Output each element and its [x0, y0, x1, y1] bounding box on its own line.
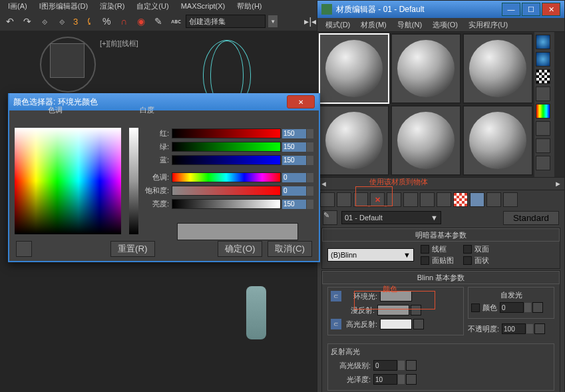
sample-slot-1[interactable] [319, 33, 389, 104]
reset-button[interactable]: 重置(R) [110, 241, 155, 257]
menu-gfx[interactable]: I图形编辑器(D) [34, 1, 93, 11]
close-window-button[interactable]: ✕ [542, 3, 560, 16]
material-title-bar[interactable]: 材质编辑器 - 01 - Default — ☐ ✕ [317, 1, 564, 18]
viewport-label[interactable]: [+][前][线框] [100, 39, 138, 49]
object-gizmo[interactable] [246, 286, 266, 339]
menu-material[interactable]: 材质(M) [355, 20, 392, 30]
selfillum-map-button[interactable] [532, 302, 543, 313]
viewcube[interactable] [50, 43, 85, 78]
material-id-icon[interactable] [437, 192, 451, 207]
twosided-checkbox[interactable] [463, 245, 472, 254]
cancel-button[interactable]: 取消(C) [268, 241, 312, 257]
magnet-icon[interactable]: ∩ [116, 14, 131, 29]
specular-lock-icon[interactable]: ⊂ [331, 319, 341, 329]
angle-icon[interactable]: ⤹ [82, 14, 96, 29]
edit-icon[interactable]: ✎ [151, 14, 166, 29]
options-icon[interactable] [536, 138, 550, 153]
sample-slot-2[interactable] [391, 33, 461, 104]
put-to-scene-icon[interactable] [337, 192, 351, 207]
opacity-spinner[interactable] [526, 324, 533, 333]
mirror-icon[interactable]: ▸|◂ [303, 14, 317, 29]
pick-material-icon[interactable]: ✎ [323, 210, 337, 225]
hue-saturation-field[interactable] [15, 128, 121, 234]
spinner-icon[interactable]: ◉ [134, 14, 148, 29]
faceted-checkbox[interactable] [463, 256, 472, 265]
blinn-rollout-header[interactable]: Blinn 基本参数 [322, 271, 560, 284]
show-end-result-icon[interactable] [470, 192, 484, 207]
menu-mode[interactable]: 模式(D) [320, 20, 355, 30]
sample-slot-6[interactable] [463, 105, 533, 176]
wireframe-checkbox[interactable] [421, 245, 429, 254]
green-slider[interactable] [172, 142, 281, 152]
menu-custom[interactable]: 自定义(U) [131, 1, 174, 11]
spec-level-spinner[interactable] [398, 361, 405, 370]
spec-level-value[interactable]: 0 [373, 360, 397, 371]
hue-slider[interactable] [172, 172, 281, 182]
red-spinner[interactable] [307, 129, 313, 138]
ok-button[interactable]: 确定(O) [218, 241, 262, 257]
red-value[interactable]: 150 [282, 129, 306, 138]
menu-help[interactable]: 帮助(H) [232, 1, 267, 11]
hue-spinner[interactable] [307, 173, 313, 182]
preview-icon[interactable] [536, 121, 550, 136]
red-slider[interactable] [172, 128, 281, 138]
blue-slider[interactable] [172, 155, 281, 165]
menu-options[interactable]: 选项(O) [427, 20, 463, 30]
go-forward-icon[interactable] [503, 192, 518, 207]
material-type-button[interactable]: Standard [503, 211, 559, 225]
opacity-value[interactable]: 100 [502, 323, 526, 334]
menu-utilities[interactable]: 实用程序(U) [463, 20, 513, 30]
blue-value[interactable]: 150 [282, 156, 306, 165]
selfillum-color-checkbox[interactable] [471, 303, 480, 312]
color-swatch-preview[interactable] [177, 223, 298, 240]
opacity-map-button[interactable] [534, 323, 545, 334]
gloss-value[interactable]: 10 [373, 374, 397, 385]
blue-spinner[interactable] [307, 156, 313, 165]
value-slider[interactable] [172, 199, 281, 209]
val-value[interactable]: 150 [282, 200, 306, 209]
menu-maxscript[interactable]: MAXScript(X) [176, 2, 231, 10]
value-strip[interactable] [129, 128, 138, 234]
spec-level-map-button[interactable] [406, 360, 417, 371]
material-name-field[interactable]: 01 - Default▼ [341, 211, 441, 224]
close-button[interactable]: ✕ [287, 95, 315, 108]
sample-slot-4[interactable] [319, 105, 389, 176]
show-map-icon[interactable] [453, 192, 468, 207]
sample-slot-5[interactable] [391, 105, 461, 176]
backlight-icon[interactable] [536, 52, 550, 67]
facemap-checkbox[interactable] [421, 256, 429, 265]
selfillum-spinner[interactable] [524, 303, 531, 312]
sample-uv-icon[interactable] [536, 87, 550, 101]
eyedropper-button[interactable] [16, 241, 32, 257]
sample-scrollbar[interactable]: ◄► [317, 177, 564, 190]
get-material-icon[interactable] [320, 192, 335, 207]
specular-map-button[interactable] [413, 319, 424, 329]
green-value[interactable]: 150 [282, 142, 306, 152]
selfillum-value[interactable]: 0 [500, 302, 524, 313]
shader-dropdown[interactable]: (B)Blinn▼ [327, 248, 414, 262]
put-to-library-icon[interactable] [420, 192, 435, 207]
maximize-button[interactable]: ☐ [522, 3, 540, 16]
link-icon[interactable]: ⟐ [37, 14, 52, 29]
dropdown-arrow-icon[interactable]: ▼ [268, 15, 278, 27]
redo-icon[interactable]: ↷ [20, 14, 35, 29]
hue-value[interactable]: 0 [282, 173, 306, 182]
go-to-parent-icon[interactable] [486, 192, 501, 207]
minimize-button[interactable]: — [502, 3, 520, 16]
val-spinner[interactable] [307, 200, 313, 209]
green-spinner[interactable] [307, 142, 313, 152]
sample-type-icon[interactable] [536, 35, 550, 49]
shader-rollout-header[interactable]: 明暗器基本参数 [322, 228, 560, 242]
video-color-icon[interactable] [536, 104, 550, 118]
sat-spinner[interactable] [307, 186, 313, 196]
ambient-lock-icon[interactable]: ⊂ [331, 291, 341, 301]
percent-icon[interactable]: % [99, 14, 114, 29]
saturation-slider[interactable] [172, 186, 281, 196]
undo-icon[interactable]: ↶ [3, 14, 17, 29]
gloss-map-button[interactable] [406, 374, 417, 385]
material-map-icon[interactable] [536, 156, 550, 170]
unlink-icon[interactable]: ⟐ [55, 14, 69, 29]
gloss-spinner[interactable] [398, 375, 405, 384]
checker-bg-icon[interactable] [536, 69, 550, 84]
menu-render[interactable]: 渲染(R) [94, 1, 130, 11]
